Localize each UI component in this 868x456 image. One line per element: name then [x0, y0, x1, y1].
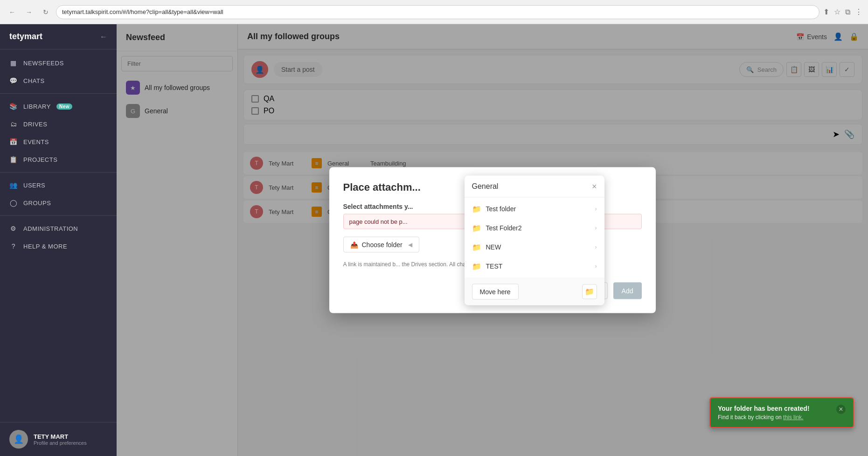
sidebar-item-drives[interactable]: 🗂 DRIVES — [0, 115, 117, 133]
bookmark-icon[interactable]: ☆ — [834, 7, 840, 16]
forward-button[interactable]: → — [22, 6, 35, 19]
user-sub: Profile and preferences — [34, 440, 87, 446]
divider-3 — [0, 215, 117, 216]
browser-action-icons: ⬆ ☆ ⧉ ⋮ — [823, 7, 862, 16]
folder-chevron-1: › — [595, 225, 597, 231]
folder-item-3[interactable]: 📁 TEST › — [465, 256, 604, 276]
folder-icon-3: 📁 — [472, 262, 481, 270]
sidebar-item-chats[interactable]: 💬 CHATS — [0, 72, 117, 90]
toast-notification: Your folder has been created! Find it ba… — [709, 397, 854, 428]
newsfeeds-icon: ▦ — [9, 59, 18, 67]
toast-content: Your folder has been created! Find it ba… — [718, 405, 833, 421]
divider-1 — [0, 93, 117, 94]
folder-chevron-0: › — [595, 206, 597, 212]
browser-chrome: ← → ↻ tetymart.talkspirit.com/#/l/home?c… — [0, 0, 868, 24]
sidebar-logo: tetymart — [9, 32, 42, 41]
user-name: TETY MART — [34, 433, 87, 440]
add-button[interactable]: Add — [613, 283, 642, 299]
folder-chooser-popup: General × 📁 Test folder › — [465, 175, 604, 305]
new-folder-button[interactable]: 📁 — [582, 284, 597, 299]
sidebar-item-projects[interactable]: 📋 PROJECTS — [0, 151, 117, 168]
divider-2 — [0, 172, 117, 173]
toast-close-button[interactable]: × — [836, 405, 846, 414]
menu-icon[interactable]: ⋮ — [855, 7, 862, 16]
sidebar-collapse-icon[interactable]: ← — [100, 33, 107, 41]
sidebar-item-groups[interactable]: ◯ GROUPS — [0, 194, 117, 212]
new-folder-icon: 📁 — [585, 287, 594, 296]
sidebar: tetymart ← ▦ NEWSFEEDS 💬 CHATS 📚 LIBRARY… — [0, 24, 117, 456]
folder-popup-title: General — [472, 182, 499, 190]
folder-upload-icon: 📤 — [350, 241, 358, 249]
app-container: tetymart ← ▦ NEWSFEEDS 💬 CHATS 📚 LIBRARY… — [0, 24, 868, 456]
choose-folder-button[interactable]: 📤 Choose folder ◀ — [343, 237, 419, 253]
sidebar-item-newsfeeds[interactable]: ▦ NEWSFEEDS — [0, 54, 117, 72]
user-avatar: 👤 — [9, 430, 28, 449]
refresh-button[interactable]: ↻ — [39, 6, 52, 19]
help-icon: ? — [9, 242, 18, 250]
folder-item-0[interactable]: 📁 Test folder › — [465, 199, 604, 218]
main-content: Newsfeed ★ All my followed groups G Gene… — [117, 24, 868, 456]
folder-popup-close-button[interactable]: × — [592, 182, 597, 190]
sidebar-user-profile[interactable]: 👤 TETY MART Profile and preferences — [0, 422, 117, 456]
sidebar-item-events[interactable]: 📅 EVENTS — [0, 133, 117, 151]
folder-list: 📁 Test folder › 📁 Test Folder2 › — [465, 197, 604, 277]
folder-item-1[interactable]: 📁 Test Folder2 › — [465, 218, 604, 237]
library-badge: New — [56, 104, 72, 110]
folder-item-left-3: 📁 TEST — [472, 262, 503, 270]
share-icon[interactable]: ⬆ — [823, 7, 829, 16]
groups-icon: ◯ — [9, 199, 18, 207]
drives-icon: 🗂 — [9, 120, 18, 128]
events-icon: 📅 — [9, 138, 18, 146]
url-bar[interactable]: tetymart.talkspirit.com/#/l/home?clip=al… — [56, 5, 819, 19]
back-button[interactable]: ← — [6, 6, 19, 19]
folder-chevron-3: › — [595, 263, 597, 269]
choose-folder-arrow: ◀ — [408, 242, 412, 248]
user-info: TETY MART Profile and preferences — [34, 433, 87, 446]
folder-item-left-1: 📁 Test Folder2 — [472, 223, 522, 232]
library-icon: 📚 — [9, 102, 18, 111]
folder-icon-2: 📁 — [472, 242, 481, 251]
folder-item-left-0: 📁 Test folder — [472, 204, 516, 213]
sidebar-item-help[interactable]: ? HELP & MORE — [0, 237, 117, 255]
sidebar-nav: ▦ NEWSFEEDS 💬 CHATS 📚 LIBRARY New 🗂 DRIV… — [0, 49, 117, 422]
toast-link[interactable]: this link. — [783, 414, 803, 421]
users-icon: 👥 — [9, 181, 18, 189]
move-here-button[interactable]: Move here — [472, 283, 519, 299]
folder-icon-1: 📁 — [472, 223, 481, 232]
sidebar-item-users[interactable]: 👥 USERS — [0, 176, 117, 194]
chats-icon: 💬 — [9, 76, 18, 85]
folder-item-2[interactable]: 📁 NEW › — [465, 237, 604, 256]
folder-item-left-2: 📁 NEW — [472, 242, 501, 251]
administration-icon: ⚙ — [9, 224, 18, 233]
toast-title: Your folder has been created! — [718, 405, 833, 412]
folder-popup-footer: Move here 📁 — [465, 277, 604, 305]
folder-chevron-2: › — [595, 244, 597, 250]
tab-icon[interactable]: ⧉ — [845, 8, 850, 16]
toast-body: Find it back by clicking on this link. — [718, 414, 833, 421]
place-dialog-wrapper: Place attachm... Select attachments y...… — [329, 167, 656, 313]
sidebar-item-administration[interactable]: ⚙ ADMINISTRATION — [0, 220, 117, 237]
folder-icon-0: 📁 — [472, 204, 481, 213]
projects-icon: 📋 — [9, 155, 18, 164]
place-attachment-dialog: Place attachm... Select attachments y...… — [329, 167, 656, 313]
folder-popup-header: General × — [465, 175, 604, 197]
sidebar-header: tetymart ← — [0, 24, 117, 49]
sidebar-item-library[interactable]: 📚 LIBRARY New — [0, 97, 117, 115]
